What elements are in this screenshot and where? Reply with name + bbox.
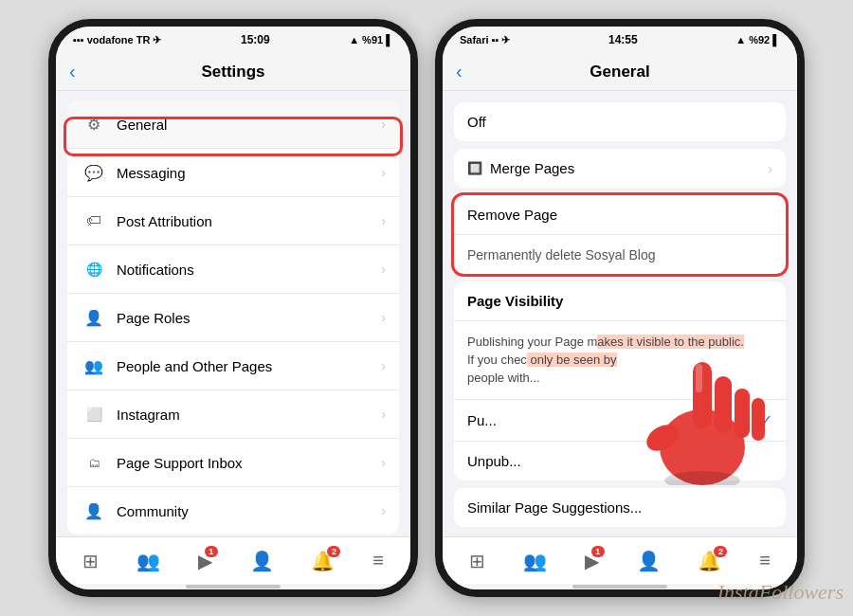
right-tab-notifications[interactable]: 🔔 2 [690, 546, 729, 576]
page-roles-label: Page Roles [117, 310, 381, 326]
left-tab-profile[interactable]: 👤 [243, 546, 281, 576]
right-tab-menu[interactable]: ≡ [752, 546, 778, 575]
merge-pages-item[interactable]: 🔲 Merge Pages › [454, 149, 786, 188]
notifications-chevron: › [381, 262, 386, 277]
right-tab-friends[interactable]: 👥 [516, 546, 554, 576]
right-tab-home[interactable]: ⊞ [462, 546, 493, 576]
merge-chevron: › [768, 160, 772, 176]
remove-page-wrapper: Remove Page Permanently delete Sosyal Bl… [454, 195, 786, 274]
settings-item-messaging[interactable]: 💬 Messaging › [67, 149, 399, 197]
right-home-bar [572, 585, 667, 589]
right-profile-icon: 👤 [637, 550, 661, 572]
settings-item-community[interactable]: 👤 Community › [67, 487, 399, 534]
community-chevron: › [381, 503, 386, 518]
visibility-description: Publishing your Page makes it visible to… [467, 335, 744, 385]
video-badge: 1 [205, 546, 218, 557]
general-content: Off 🔲 Merge Pages › [443, 91, 797, 536]
settings-item-post-attribution[interactable]: 🏷 Post Attribution › [67, 197, 399, 245]
published-row: Pu... ✓ [467, 411, 772, 429]
post-attribution-label: Post Attribution [117, 213, 381, 229]
merge-pages-content: 🔲 Merge Pages [467, 160, 574, 176]
check-icon: ✓ [760, 411, 772, 429]
off-item[interactable]: Off [454, 102, 786, 141]
settings-item-general[interactable]: ⚙ General › [67, 100, 399, 149]
people-other-label: People and Other Pages [117, 358, 381, 374]
right-time: 14:55 [608, 33, 638, 46]
profile-icon: 👤 [250, 550, 274, 572]
page-support-icon: 🗂 [81, 449, 107, 476]
right-nav-title: General [590, 63, 649, 82]
left-tab-home[interactable]: ⊞ [75, 546, 106, 576]
delete-page-item[interactable]: Permanently delete Sosyal Blog [454, 235, 786, 274]
left-tab-menu[interactable]: ≡ [365, 546, 391, 575]
right-status-bar: Safari ▪▪ ✈ 14:55 ▲ %92 ▌ [443, 27, 797, 53]
right-tab-profile[interactable]: 👤 [629, 546, 668, 576]
settings-item-notifications[interactable]: 🌐 Notifications › [67, 245, 399, 294]
settings-item-instagram[interactable]: ⬜ Instagram › [67, 390, 399, 439]
off-label: Off [467, 114, 486, 130]
left-home-bar [186, 585, 281, 589]
off-section: Off [454, 102, 786, 141]
post-attribution-icon: 🏷 [81, 208, 107, 234]
visibility-title: Page Visibility [467, 293, 563, 309]
remove-page-item[interactable]: Remove Page [454, 195, 786, 235]
general-chevron: › [381, 117, 386, 132]
left-home-indicator [56, 584, 410, 589]
right-home-indicator [443, 584, 797, 589]
right-back-button[interactable]: ‹ [456, 61, 463, 82]
similar-label: Similar Page Suggestions... [467, 499, 642, 516]
settings-item-page-support[interactable]: 🗂 Page Support Inbox › [67, 439, 399, 487]
menu-icon: ≡ [372, 550, 384, 571]
left-battery: ▲ %91 ▌ [349, 34, 393, 45]
left-back-button[interactable]: ‹ [69, 61, 76, 82]
left-time: 15:09 [241, 33, 270, 46]
general-icon: ⚙ [81, 111, 107, 137]
friends-icon: 👥 [136, 550, 160, 572]
left-nav-title: Settings [201, 63, 264, 82]
instagram-label: Instagram [117, 407, 381, 423]
phone-left: ▪▪▪ vodafone TR ✈ 15:09 ▲ %91 ▌ ‹ Settin… [48, 19, 418, 597]
page-roles-chevron: › [381, 310, 386, 325]
left-tab-notifications[interactable]: 🔔 2 [303, 546, 342, 576]
right-battery: ▲ %92 ▌ [735, 34, 780, 45]
left-tab-bar: ⊞ 👥 ▶ 1 👤 🔔 2 ≡ [56, 536, 410, 584]
unpublished-item[interactable]: Unpub... [454, 442, 786, 480]
visibility-title-item: Page Visibility [454, 281, 786, 321]
left-status-bar: ▪▪▪ vodafone TR ✈ 15:09 ▲ %91 ▌ [56, 27, 410, 53]
left-tab-video[interactable]: ▶ 1 [191, 546, 220, 576]
settings-list: ⚙ General › 💬 Messaging › 🏷 Post Attribu… [56, 91, 410, 536]
right-notif-badge: 2 [714, 546, 727, 557]
settings-section-main: ⚙ General › 💬 Messaging › 🏷 Post Attribu… [67, 100, 399, 534]
remove-page-label: Remove Page [467, 207, 557, 223]
settings-item-page-roles[interactable]: 👤 Page Roles › [67, 294, 399, 342]
people-other-chevron: › [381, 358, 386, 373]
messaging-chevron: › [381, 165, 386, 180]
settings-item-people-other[interactable]: 👥 People and Other Pages › [67, 342, 399, 390]
left-carrier: ▪▪▪ vodafone TR ✈ [73, 34, 161, 46]
instagram-icon: ⬜ [81, 401, 107, 427]
community-label: Community [117, 503, 381, 519]
remove-section: Remove Page Permanently delete Sosyal Bl… [454, 195, 786, 274]
delete-page-label: Permanently delete Sosyal Blog [467, 247, 655, 263]
left-tab-friends[interactable]: 👥 [129, 546, 168, 576]
merge-icon: 🔲 [467, 161, 482, 175]
right-home-icon: ⊞ [469, 550, 485, 572]
published-item[interactable]: Pu... ✓ [454, 400, 786, 442]
merge-pages-label: Merge Pages [490, 160, 574, 176]
notif-badge: 2 [327, 546, 340, 557]
similar-section: Similar Page Suggestions... [454, 488, 786, 527]
main-container: ▪▪▪ vodafone TR ✈ 15:09 ▲ %91 ▌ ‹ Settin… [0, 0, 853, 616]
messaging-icon: 💬 [81, 159, 107, 186]
page-support-chevron: › [381, 455, 386, 470]
published-label: Pu... [467, 412, 497, 428]
similar-item[interactable]: Similar Page Suggestions... [454, 488, 786, 527]
right-nav-bar: ‹ General [443, 53, 797, 91]
right-video-badge: 1 [591, 546, 605, 557]
right-tab-video[interactable]: ▶ 1 [577, 546, 607, 576]
merge-pages-row: 🔲 Merge Pages › [467, 160, 772, 176]
community-icon: 👤 [81, 498, 107, 524]
page-support-label: Page Support Inbox [117, 455, 381, 471]
unpublished-label: Unpub... [467, 453, 521, 469]
messaging-label: Messaging [117, 165, 381, 181]
notifications-icon: 🌐 [81, 256, 107, 282]
